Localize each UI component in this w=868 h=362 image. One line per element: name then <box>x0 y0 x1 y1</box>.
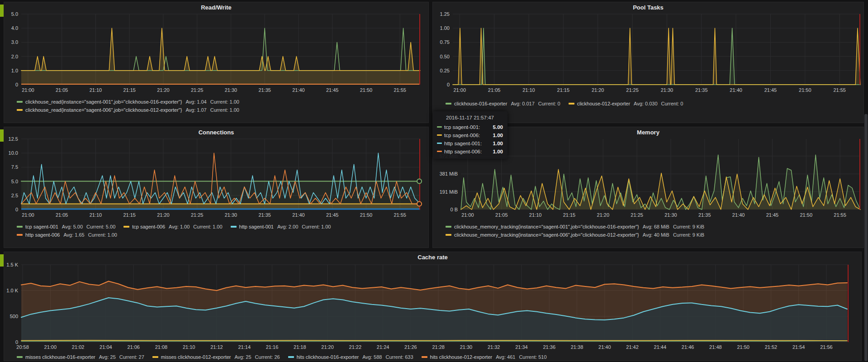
x-axis-tick-label: 21:05 <box>480 87 509 93</box>
series-color-dash <box>437 143 442 144</box>
y-axis-tick-label: 0.50 <box>433 54 450 59</box>
legend-item[interactable]: tcp sagent-006Avg: 1.00Current: 1.00 <box>123 224 222 229</box>
x-axis-tick-label: 21:00 <box>36 344 65 350</box>
tooltip-series-label: http sagent-001: <box>444 141 482 146</box>
legend-item[interactable]: clickhouse_read{instance="sagent-006",jo… <box>17 107 239 113</box>
legend-series-label: tcp sagent-001 <box>25 224 58 229</box>
x-axis-tick-label: 21:55 <box>825 87 854 93</box>
legend-item[interactable]: hits clickhouse-012-exporterAvg: 461Curr… <box>422 354 547 360</box>
panel-title[interactable]: Pool Tasks <box>433 4 863 11</box>
legend-series-label: clickhouse-016-exporter <box>454 101 507 106</box>
y-axis-tick-label: 3.0 <box>4 39 18 45</box>
scrollbar-thumb[interactable] <box>864 114 868 361</box>
plot-area[interactable] <box>21 139 420 210</box>
series-line <box>21 28 420 71</box>
tooltip-series-row: http sagent-001:1.00 <box>437 140 503 147</box>
x-axis-tick-label: 21:10 <box>175 344 204 350</box>
x-axis-tick-label: 21:08 <box>147 344 175 350</box>
y-axis-tick-label: 10.0 <box>4 150 18 156</box>
series-color-dash <box>152 356 158 358</box>
plot-area[interactable] <box>461 139 860 210</box>
legend-item[interactable]: http sagent-001Avg: 2.00Current: 1.00 <box>231 224 331 229</box>
x-axis-tick-label: 21:26 <box>396 344 425 350</box>
y-axis-tick-label: 381 MiB <box>433 171 458 176</box>
x-axis-tick-label: 21:10 <box>521 212 550 218</box>
legend-item[interactable]: clickhouse-016-exporterAvg: 0.017Current… <box>446 101 560 106</box>
legend-item[interactable]: clickhouse_memory_tracking{instance="sag… <box>446 232 704 238</box>
legend-series-label: clickhouse_read{instance="sagent-001",jo… <box>25 99 182 105</box>
y-axis-tick-label: 2.5 <box>4 193 18 198</box>
legend-item[interactable]: tcp sagent-001Avg: 5.00Current: 5.00 <box>17 224 115 229</box>
legend-item[interactable]: misses clickhouse-012-exporterAvg: 25Cur… <box>152 354 280 360</box>
y-axis-tick-label: 7.5 <box>4 164 18 170</box>
series-color-dash <box>437 134 442 136</box>
legend-current-value: Current: 1.00 <box>210 99 239 105</box>
x-axis-tick-label: 21:00 <box>445 87 474 93</box>
legend-series-label: http sagent-001 <box>239 224 274 229</box>
series-color-dash <box>231 226 237 228</box>
y-axis-tick-label: 191 MiB <box>433 189 458 195</box>
x-axis-tick-label: 21:54 <box>784 344 813 350</box>
legend-avg-value: Avg: 68 MiB <box>643 224 669 229</box>
x-axis-tick-label: 21:25 <box>622 212 651 218</box>
legend-item[interactable]: http sagent-006Avg: 1.65Current: 1.00 <box>17 232 117 238</box>
legend-item[interactable]: misses clickhouse-016-exporterAvg: 25Cur… <box>17 354 144 360</box>
x-axis-tick-label: 20:58 <box>8 344 37 350</box>
x-axis-tick-label: 21:56 <box>812 344 841 350</box>
panel-title[interactable]: Cache rate <box>4 254 861 261</box>
series-color-dash <box>17 109 23 111</box>
x-axis-tick-label: 21:20 <box>588 212 617 218</box>
legend-series-label: misses clickhouse-016-exporter <box>25 354 95 360</box>
legend-avg-value: Avg: 1.04 <box>185 99 206 105</box>
y-axis-tick-label: 0.75 <box>433 39 450 45</box>
tooltip-series-row: tcp sagent-006:1.00 <box>437 132 503 138</box>
panel-connections: Connections 02.55.07.510.012.521:0021:05… <box>4 127 429 248</box>
x-axis-tick-label: 21:55 <box>825 212 854 218</box>
legend-item[interactable]: clickhouse_memory_tracking{instance="sag… <box>446 224 704 229</box>
legend-item[interactable]: clickhouse-012-exporterAvg: 0.030Current… <box>569 101 683 106</box>
x-axis-tick-label: 21:34 <box>507 344 536 350</box>
series-color-dash <box>422 356 427 358</box>
x-axis-tick-label: 21:28 <box>424 344 453 350</box>
y-axis-tick-label: 12.5 <box>4 136 18 142</box>
plot-area[interactable] <box>21 265 849 342</box>
panel-title[interactable]: Read/Write <box>4 4 428 11</box>
x-axis-tick-label: 21:16 <box>258 344 287 350</box>
legend-item[interactable]: clickhouse_read{instance="sagent-001",jo… <box>17 99 239 105</box>
x-axis-tick-label: 21:20 <box>149 212 178 218</box>
y-axis-tick-label: 2.0 <box>4 54 18 59</box>
y-axis-tick-label: 1.0 K <box>4 288 18 293</box>
x-axis-tick-label: 21:00 <box>453 212 482 218</box>
y-axis-tick-label: 4.0 <box>4 25 18 31</box>
x-axis-tick-label: 21:50 <box>729 344 758 350</box>
legend-avg-value: Avg: 1.00 <box>169 224 190 229</box>
x-axis-tick-label: 21:25 <box>183 87 212 93</box>
legend-current-value: Current: 26 <box>255 354 280 360</box>
x-axis-tick-label: 21:40 <box>724 212 753 218</box>
x-axis-tick-label: 21:42 <box>618 344 647 350</box>
tooltip-series-row: tcp sagent-001:5.00 <box>437 124 503 130</box>
plot-area[interactable] <box>21 14 420 85</box>
x-axis-tick-label: 21:10 <box>81 212 110 218</box>
tooltip-series-label: tcp sagent-006: <box>444 133 480 138</box>
legend-series-label: misses clickhouse-012-exporter <box>161 354 231 360</box>
x-axis-tick-label: 21:50 <box>351 87 380 93</box>
x-axis-tick-label: 21:05 <box>47 87 76 93</box>
x-axis-tick-label: 21:04 <box>91 344 120 350</box>
tooltip-series-value: 1.00 <box>493 133 503 138</box>
legend-item[interactable]: hits clickhouse-016-exporterAvg: 588Curr… <box>288 354 413 360</box>
x-axis-tick-label: 21:40 <box>284 212 313 218</box>
x-axis-tick-label: 21:50 <box>351 212 380 218</box>
legend-current-value: Current: 9 KiB <box>673 224 704 229</box>
grafana-dashboard: Read/Write 01.02.03.04.05.021:0021:0521:… <box>0 0 868 362</box>
panel-title[interactable]: Connections <box>4 129 428 136</box>
x-axis-tick-label: 21:15 <box>115 212 144 218</box>
legend-series-label: clickhouse-012-exporter <box>577 101 630 106</box>
y-axis-tick-label: 1.0 <box>4 68 18 73</box>
x-axis-tick-label: 21:10 <box>514 87 543 93</box>
x-axis-tick-label: 21:36 <box>535 344 564 350</box>
x-axis-tick-label: 21:15 <box>555 212 583 218</box>
legend-avg-value: Avg: 2.00 <box>277 224 298 229</box>
x-axis-tick-label: 21:30 <box>656 212 685 218</box>
plot-area[interactable] <box>453 14 860 85</box>
